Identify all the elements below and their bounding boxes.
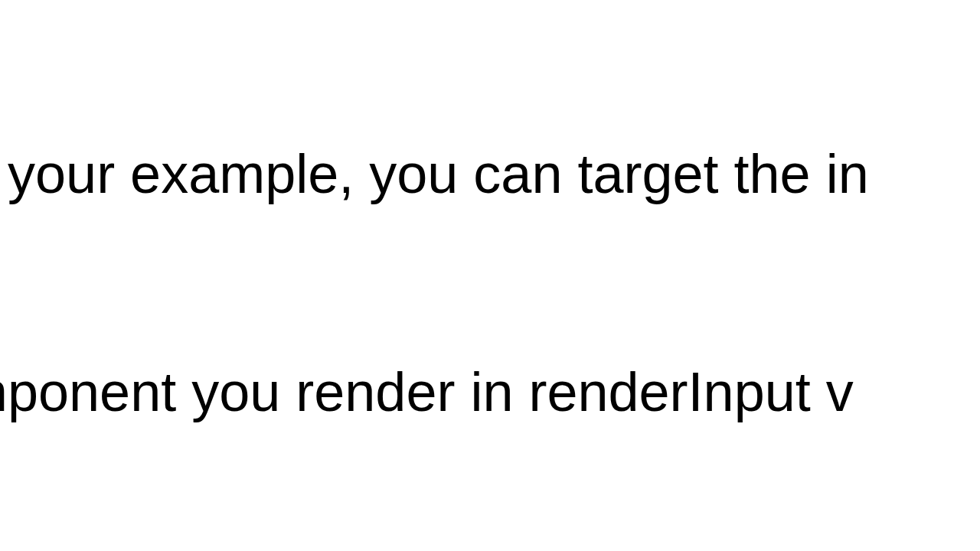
text-line: mponent you render in renderInput v — [0, 356, 980, 429]
text-block: n your example, you can target the in mp… — [0, 0, 980, 551]
document-viewport: n your example, you can target the in mp… — [0, 0, 980, 551]
text-line: n your example, you can target the in — [0, 138, 980, 210]
